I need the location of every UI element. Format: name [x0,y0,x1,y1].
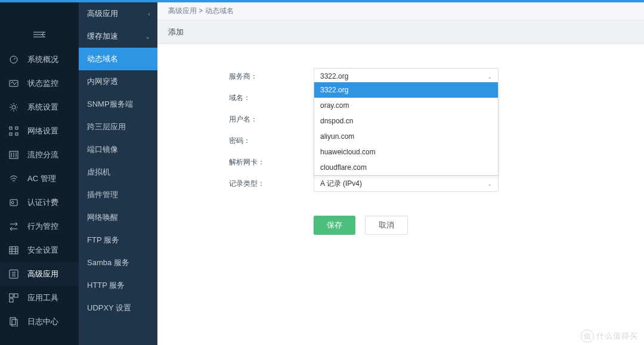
nav-label: AC 管理 [27,173,56,184]
chevron-down-icon: ⌄ [145,33,150,41]
security-icon [8,245,19,256]
svg-rect-6 [16,133,18,135]
nav-item-system-overview[interactable]: 系统概况 [0,48,79,72]
sec-item-label: Samba 服务 [87,257,129,268]
logo-collapse-area[interactable] [0,2,79,48]
nav-label: 流控分流 [27,150,58,160]
row-record-type: 记录类型： A 记录 (IPv4) ⌄ * [157,173,644,194]
svg-point-9 [11,201,14,204]
dropdown-option[interactable]: oray.com [314,98,498,113]
select-record-type[interactable]: A 记录 (IPv4) ⌄ [314,175,499,192]
monitor-icon [8,78,19,89]
svg-rect-10 [10,247,18,254]
label-record-type: 记录类型： [157,179,247,189]
label-nic: 解析网卡： [157,157,247,167]
option-label: huaweicloud.com [320,148,376,156]
option-label: aliyun.com [320,132,354,141]
behavior-icon [8,221,19,232]
apps-icon [8,269,19,279]
svg-rect-3 [10,127,12,129]
main-content: 高级应用 > 动态域名 添加 服务商： 3322.org ⌄ 域名： [157,2,644,345]
sec-item-samba[interactable]: Samba 服务 [79,251,157,274]
option-label: 3322.org [320,86,348,94]
nav-label: 网络设置 [27,126,58,136]
sec-item-vm[interactable]: 虚拟机 [79,161,157,184]
option-label: cloudflare.com [320,163,367,172]
sec-item-intranet[interactable]: 内网穿透 [79,70,157,93]
nav-label: 高级应用 [27,269,58,279]
gear-icon [8,102,19,113]
buttons-row: 保存 取消 [314,216,644,235]
provider-dropdown: 3322.org oray.com dnspod.cn aliyun.com h… [314,82,499,176]
svg-rect-5 [10,133,12,135]
svg-rect-14 [10,299,13,302]
sec-item-cross-layer[interactable]: 跨三层应用 [79,116,157,138]
secondary-group[interactable]: 缓存加速 ⌄ [79,25,157,48]
label-username: 用户名： [157,114,247,125]
svg-rect-13 [14,294,18,297]
sec-item-label: SNMP服务端 [87,99,133,110]
breadcrumb-text: 高级应用 > 动态域名 [168,6,234,16]
watermark-text: 什么值得买 [596,331,638,341]
nav-label: 状态监控 [27,78,58,89]
nav-item-flow-control[interactable]: 流控分流 [0,143,79,167]
svg-rect-12 [10,294,13,297]
nav-item-status-monitor[interactable]: 状态监控 [0,72,79,95]
nav-label: 行为管控 [27,221,58,232]
nav-item-system-settings[interactable]: 系统设置 [0,95,79,119]
svg-point-2 [12,105,16,109]
sec-item-ddns[interactable]: 动态域名 [79,48,157,70]
nav-item-log-center[interactable]: 日志中心 [0,310,79,334]
save-button[interactable]: 保存 [314,216,355,235]
secondary-header[interactable]: 高级应用 ‹ [79,2,157,25]
chevron-left-icon: ‹ [148,10,150,17]
dropdown-option[interactable]: cloudflare.com [314,160,498,175]
sec-item-snmp[interactable]: SNMP服务端 [79,93,157,116]
breadcrumb: 高级应用 > 动态域名 [157,2,644,20]
cancel-button[interactable]: 取消 [365,216,408,235]
dropdown-option[interactable]: huaweicloud.com [314,144,498,160]
svg-rect-4 [16,127,18,129]
watermark-icon: 值 [581,330,594,343]
nav-item-behavior-control[interactable]: 行为管控 [0,215,79,238]
sec-item-plugin[interactable]: 插件管理 [79,184,157,206]
label-provider: 服务商： [157,72,247,82]
sec-item-udpxy[interactable]: UDPXY 设置 [79,297,157,319]
dashboard-icon [8,54,19,65]
nav-item-auth-billing[interactable]: 认证计费 [0,191,79,215]
sec-item-wol[interactable]: 网络唤醒 [79,206,157,229]
dropdown-option[interactable]: aliyun.com [314,129,498,144]
sec-item-label: 跨三层应用 [87,122,126,132]
nav-item-app-tools[interactable]: 应用工具 [0,286,79,310]
nav-item-security-settings[interactable]: 安全设置 [0,238,79,262]
sec-item-ftp[interactable]: FTP 服务 [79,229,157,251]
option-label: oray.com [320,101,349,110]
dropdown-option[interactable]: 3322.org [314,82,498,98]
label-domain: 域名： [157,93,247,103]
label-password: 密码： [157,136,247,146]
nav-label: 日志中心 [27,316,58,327]
nav-label: 认证计费 [27,197,58,208]
sec-item-http[interactable]: HTTP 服务 [79,274,157,297]
dropdown-option[interactable]: dnspod.cn [314,113,498,129]
primary-sidebar: 系统概况 状态监控 系统设置 网络设置 流控分流 AC 管理 认证计费 行为管 [0,2,79,345]
nav-label: 安全设置 [27,245,58,256]
nav-label: 应用工具 [27,293,58,303]
sec-item-label: HTTP 服务 [87,280,125,291]
nav-label: 系统设置 [27,102,58,113]
chevron-down-icon: ⌄ [487,181,492,187]
nav-item-ac-management[interactable]: AC 管理 [0,167,79,191]
watermark: 值 什么值得买 [581,330,638,343]
network-icon [8,126,19,136]
form-area: 服务商： 3322.org ⌄ 域名： * 用户名： [157,44,644,235]
auth-icon [8,197,19,208]
svg-rect-15 [10,318,16,325]
sec-item-label: FTP 服务 [87,235,119,245]
sec-item-port-mirror[interactable]: 端口镜像 [79,138,157,161]
nav-item-advanced-apps[interactable]: 高级应用 [0,262,79,286]
page-title: 添加 [157,20,644,44]
nav-item-network-settings[interactable]: 网络设置 [0,119,79,143]
sec-item-label: 网络唤醒 [87,212,118,223]
select-provider-value: 3322.org [320,72,348,80]
chevron-down-icon: ⌄ [487,73,492,80]
